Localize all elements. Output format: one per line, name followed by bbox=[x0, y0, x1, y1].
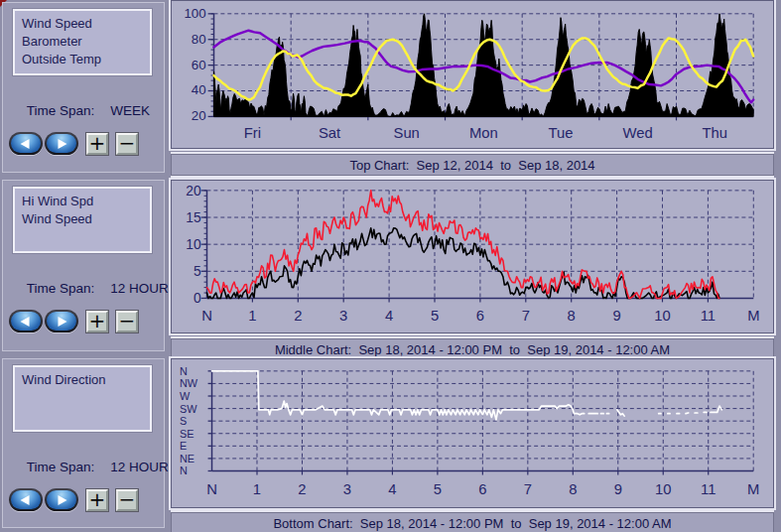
svg-text:11: 11 bbox=[701, 308, 716, 324]
svg-text:N: N bbox=[180, 465, 188, 476]
legend-item: Wind Direction bbox=[22, 371, 150, 389]
svg-text:9: 9 bbox=[612, 308, 620, 324]
svg-text:10: 10 bbox=[186, 236, 201, 252]
svg-text:6: 6 bbox=[478, 481, 486, 497]
caption-bottom: Bottom Chart: Sep 18, 2014 - 12:00 PM to… bbox=[171, 512, 774, 532]
svg-text:W: W bbox=[180, 390, 191, 402]
next-button[interactable] bbox=[45, 132, 78, 155]
svg-text:M: M bbox=[747, 308, 759, 324]
caption-top: Top Chart: Sep 12, 2014 to Sep 18, 2014 bbox=[171, 154, 774, 176]
svg-text:Wed: Wed bbox=[623, 125, 653, 141]
legend-item: Barometer bbox=[22, 33, 150, 51]
legend-listbox-top[interactable]: Wind Speed Barometer Outside Temp bbox=[13, 9, 152, 75]
legend-listbox-bottom[interactable]: Wind Direction bbox=[13, 365, 152, 432]
svg-text:15: 15 bbox=[186, 209, 201, 225]
legend-item: Outside Temp bbox=[22, 51, 150, 68]
prev-button[interactable] bbox=[9, 488, 43, 511]
prev-button[interactable] bbox=[9, 310, 43, 332]
week-chart: 20406080100FriSatSunMonTueWedThu bbox=[172, 1, 773, 148]
time-span-top: Time Span:WEEK bbox=[12, 88, 150, 133]
svg-text:7: 7 bbox=[522, 308, 530, 324]
zoom-out-button[interactable]: − bbox=[116, 311, 138, 332]
svg-text:5: 5 bbox=[431, 308, 439, 324]
svg-text:2: 2 bbox=[298, 481, 306, 497]
time-span-middle: Time Span:12 HOURS bbox=[12, 266, 178, 311]
svg-text:1: 1 bbox=[253, 481, 261, 497]
svg-text:N: N bbox=[201, 308, 212, 324]
caption-middle: Middle Chart: Sep 18, 2014 - 12:00 PM to… bbox=[171, 338, 774, 360]
legend-item: Wind Speed bbox=[22, 210, 150, 228]
svg-text:4: 4 bbox=[385, 308, 393, 324]
svg-text:2: 2 bbox=[294, 308, 302, 324]
sidebar-panel-bottom: Wind Direction Time Span:12 HOURS + − bbox=[2, 358, 165, 528]
wind-speed-chart: 05101520N1234567891011M bbox=[172, 181, 773, 332]
svg-text:40: 40 bbox=[192, 82, 206, 97]
svg-text:3: 3 bbox=[339, 308, 347, 324]
svg-text:5: 5 bbox=[194, 263, 201, 279]
wind-direction-chart: NNWWSWSSEENENN1234567891011M bbox=[172, 359, 773, 507]
legend-listbox-middle[interactable]: Hi Wind Spd Wind Speed bbox=[13, 187, 152, 253]
sidebar-panel-top: Wind Speed Barometer Outside Temp Time S… bbox=[2, 2, 165, 173]
svg-text:Tue: Tue bbox=[549, 125, 574, 141]
svg-text:100: 100 bbox=[184, 6, 205, 21]
legend-item: Hi Wind Spd bbox=[22, 193, 150, 210]
chart-middle-panel: 05101520N1234567891011M bbox=[171, 180, 774, 333]
svg-text:SE: SE bbox=[180, 428, 194, 440]
svg-text:1: 1 bbox=[248, 308, 256, 324]
svg-text:S: S bbox=[180, 415, 187, 427]
svg-text:5: 5 bbox=[434, 481, 442, 497]
svg-text:M: M bbox=[747, 481, 759, 497]
prev-button[interactable] bbox=[9, 132, 43, 155]
svg-text:7: 7 bbox=[524, 481, 532, 497]
svg-text:8: 8 bbox=[569, 481, 577, 497]
svg-text:11: 11 bbox=[701, 481, 716, 497]
svg-text:E: E bbox=[180, 440, 187, 452]
svg-text:NW: NW bbox=[180, 377, 198, 389]
svg-text:20: 20 bbox=[192, 108, 206, 123]
svg-text:10: 10 bbox=[655, 481, 671, 497]
svg-text:Sat: Sat bbox=[319, 125, 340, 141]
next-button[interactable] bbox=[45, 310, 78, 332]
svg-text:20: 20 bbox=[186, 183, 201, 199]
sidebar-panel-middle: Hi Wind Spd Wind Speed Time Span:12 HOUR… bbox=[2, 180, 165, 351]
svg-text:4: 4 bbox=[388, 481, 396, 497]
svg-text:Sun: Sun bbox=[394, 125, 420, 141]
svg-text:Thu: Thu bbox=[703, 125, 728, 141]
zoom-in-button[interactable]: + bbox=[86, 133, 108, 155]
next-button[interactable] bbox=[45, 488, 78, 511]
svg-text:SW: SW bbox=[180, 403, 197, 415]
svg-text:80: 80 bbox=[192, 32, 206, 47]
svg-text:NE: NE bbox=[180, 453, 195, 465]
chart-bottom-panel: NNWWSWSSEENENN1234567891011M bbox=[171, 358, 774, 508]
legend-item: Wind Speed bbox=[22, 15, 150, 33]
zoom-out-button[interactable]: − bbox=[116, 489, 138, 511]
zoom-out-button[interactable]: − bbox=[116, 133, 138, 155]
svg-text:10: 10 bbox=[654, 308, 670, 324]
zoom-in-button[interactable]: + bbox=[86, 311, 108, 332]
svg-text:9: 9 bbox=[614, 481, 622, 497]
svg-text:8: 8 bbox=[568, 308, 576, 324]
svg-text:N: N bbox=[206, 481, 217, 497]
svg-text:Mon: Mon bbox=[469, 125, 498, 141]
svg-text:3: 3 bbox=[343, 481, 351, 497]
zoom-in-button[interactable]: + bbox=[86, 489, 108, 511]
svg-text:N: N bbox=[180, 365, 188, 377]
svg-text:6: 6 bbox=[476, 308, 484, 324]
chart-top-panel: 20406080100FriSatSunMonTueWedThu bbox=[171, 0, 774, 149]
svg-text:Fri: Fri bbox=[244, 125, 261, 141]
time-span-bottom: Time Span:12 HOURS bbox=[12, 445, 178, 489]
svg-text:0: 0 bbox=[194, 290, 201, 306]
svg-text:60: 60 bbox=[192, 58, 206, 72]
